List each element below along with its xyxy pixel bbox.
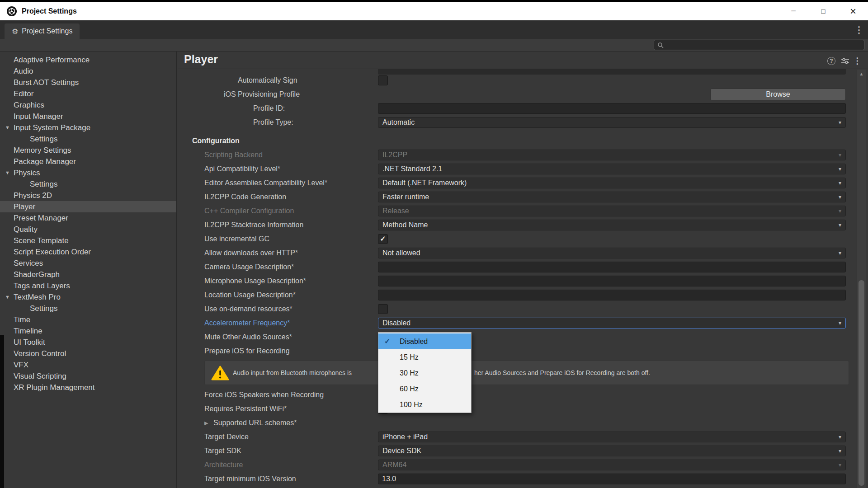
sidebar-item-textmesh-pro[interactable]: ▼TextMesh Pro	[0, 291, 176, 303]
unity-logo-icon	[6, 6, 17, 17]
minimize-icon: −	[791, 6, 796, 16]
allow-http-dropdown[interactable]: Not allowed ▾	[378, 248, 846, 258]
sidebar-item-visual-scripting[interactable]: Visual Scripting	[0, 371, 176, 382]
foldout-open-icon[interactable]: ▼	[5, 170, 10, 175]
sidebar-item-textmesh-pro-settings[interactable]: Settings	[0, 303, 176, 314]
checkmark-icon: ✓	[380, 235, 386, 243]
scrollbar-thumb[interactable]	[859, 280, 864, 486]
sidebar-item-quality[interactable]: Quality	[0, 224, 176, 235]
sidebar-item-label: Input System Package	[14, 123, 90, 132]
warning-text-right: her Audio Sources and Prepare iOS for Re…	[474, 369, 650, 376]
dropdown-value: Default (.NET Framework)	[382, 179, 467, 187]
sidebar-item-xr-plugin-management[interactable]: XR Plugin Management	[0, 382, 176, 393]
maximize-icon: □	[821, 7, 825, 15]
sidebar-item-physics-2d[interactable]: Physics 2D	[0, 190, 176, 201]
sidebar-item-input-system-package[interactable]: ▼Input System Package	[0, 122, 176, 133]
popup-item-60hz[interactable]: 60 Hz	[378, 381, 471, 397]
sidebar-item-ui-toolkit[interactable]: UI Toolkit	[0, 337, 176, 348]
foldout-closed-icon[interactable]: ▶	[204, 420, 208, 426]
close-button[interactable]: ×	[838, 2, 868, 20]
browse-button[interactable]: Browse	[710, 89, 846, 100]
target-device-dropdown[interactable]: iPhone + iPad ▾	[378, 432, 846, 442]
help-icon[interactable]: ?	[827, 57, 835, 65]
sidebar-item-memory-settings[interactable]: Memory Settings	[0, 145, 176, 156]
sidebar-item-input-system-settings[interactable]: Settings	[0, 133, 176, 145]
popup-item-30hz[interactable]: 30 Hz	[378, 365, 471, 381]
sidebar-item-vfx[interactable]: VFX	[0, 359, 176, 371]
sidebar-item-input-manager[interactable]: Input Manager	[0, 111, 176, 122]
vertical-scrollbar[interactable]: ▲	[857, 70, 866, 488]
maximize-button[interactable]: □	[808, 2, 838, 20]
sidebar-item-services[interactable]: Services	[0, 258, 176, 269]
setting-label: Requires Persistent WiFi*	[204, 405, 287, 413]
dropdown-arrow-icon: ▾	[839, 462, 841, 468]
tab-menu-dots-icon[interactable]: ⋮	[854, 24, 863, 35]
row-incremental-gc: Use incremental GC ✓	[178, 232, 868, 246]
setting-label: Profile ID:	[253, 104, 285, 113]
api-compatibility-dropdown[interactable]: .NET Standard 2.1 ▾	[378, 164, 846, 174]
sidebar-item-player[interactable]: Player	[0, 201, 176, 212]
setting-label: Location Usage Description*	[204, 291, 296, 299]
editor-assemblies-dropdown[interactable]: Default (.NET Framework) ▾	[378, 178, 846, 188]
setting-label: Accelerometer Frequency*	[204, 319, 290, 327]
search-input[interactable]	[664, 42, 864, 49]
profile-type-dropdown[interactable]: Automatic ▾	[378, 117, 846, 128]
preset-icon[interactable]	[841, 58, 849, 64]
sidebar-item-timeline[interactable]: Timeline	[0, 325, 176, 337]
popup-item-15hz[interactable]: 15 Hz	[378, 349, 471, 365]
sidebar-item-scene-template[interactable]: Scene Template	[0, 235, 176, 246]
sidebar-item-editor[interactable]: Editor	[0, 88, 176, 99]
sidebar-item-label: Player	[14, 202, 35, 211]
sidebar-item-label: Quality	[14, 225, 38, 234]
accelerometer-frequency-dropdown[interactable]: Disabled ▾	[378, 318, 846, 328]
dropdown-arrow-icon: ▾	[839, 448, 841, 454]
scroll-up-icon[interactable]: ▲	[857, 71, 866, 76]
row-il2cpp-codegen: IL2CPP Code Generation Faster runtime ▾	[178, 190, 868, 204]
tab-label: Project Settings	[22, 27, 72, 35]
tab-project-settings[interactable]: ⚙ Project Settings	[5, 23, 80, 39]
sidebar-item-label: Timeline	[14, 327, 42, 336]
row-warning: Audio input from Bluetooth microphones i…	[178, 361, 868, 385]
foldout-open-icon[interactable]: ▼	[5, 294, 10, 300]
camera-usage-field[interactable]	[378, 262, 846, 272]
sidebar-item-preset-manager[interactable]: Preset Manager	[0, 212, 176, 224]
on-demand-resources-checkbox[interactable]	[378, 304, 388, 314]
incremental-gc-checkbox[interactable]: ✓	[378, 234, 388, 244]
automatically-sign-checkbox[interactable]	[378, 75, 388, 85]
dropdown-arrow-icon: ▾	[839, 119, 841, 126]
sidebar-item-script-execution-order[interactable]: Script Execution Order	[0, 246, 176, 258]
il2cpp-codegen-dropdown[interactable]: Faster runtime ▾	[378, 192, 846, 202]
location-usage-field[interactable]	[378, 290, 846, 300]
sidebar-item-time[interactable]: Time	[0, 314, 176, 325]
sidebar-item-tags-and-layers[interactable]: Tags and Layers	[0, 280, 176, 291]
sidebar-item-version-control[interactable]: Version Control	[0, 348, 176, 359]
page-title: Player	[184, 53, 218, 66]
target-min-ios-field[interactable]	[378, 474, 846, 484]
search-box[interactable]	[654, 40, 864, 50]
setting-label: Automatically Sign	[238, 76, 297, 84]
il2cpp-stacktrace-dropdown[interactable]: Method Name ▾	[378, 220, 846, 230]
sidebar-item-burst-aot-settings[interactable]: Burst AOT Settings	[0, 77, 176, 88]
help-glyph: ?	[830, 58, 833, 64]
sidebar-item-physics[interactable]: ▼Physics	[0, 167, 176, 178]
foldout-open-icon[interactable]: ▼	[5, 125, 10, 130]
target-sdk-dropdown[interactable]: Device SDK ▾	[378, 446, 846, 456]
sidebar-item-graphics[interactable]: Graphics	[0, 99, 176, 111]
settings-scroll-area: Automatically Sign iOS Provisioning Prof…	[178, 69, 868, 488]
sidebar-item-audio[interactable]: Audio	[0, 66, 176, 77]
row-location-usage: Location Usage Description*	[178, 288, 868, 302]
setting-label[interactable]: Supported URL schemes*	[213, 419, 297, 427]
background-window-artifact-top	[0, 0, 868, 2]
dropdown-arrow-icon: ▾	[839, 166, 841, 172]
sidebar-item-package-manager[interactable]: Package Manager	[0, 156, 176, 167]
profile-id-field[interactable]	[378, 103, 846, 114]
sidebar-item-shadergraph[interactable]: ShaderGraph	[0, 269, 176, 280]
row-mute-other-audio: Mute Other Audio Sources*	[178, 330, 868, 344]
popup-item-100hz[interactable]: 100 Hz	[378, 397, 471, 413]
sidebar-item-adaptive-performance[interactable]: Adaptive Performance	[0, 54, 176, 66]
microphone-usage-field[interactable]	[378, 276, 846, 286]
minimize-button[interactable]: −	[778, 2, 808, 20]
sidebar-item-physics-settings[interactable]: Settings	[0, 178, 176, 190]
popup-item-disabled[interactable]: ✓ Disabled	[378, 333, 471, 349]
panel-menu-dots-icon[interactable]: ⋮	[853, 56, 862, 66]
